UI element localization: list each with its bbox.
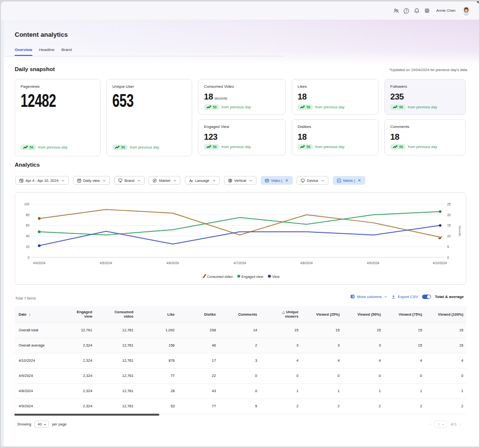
svg-text:4/7/2024: 4/7/2024 (233, 261, 246, 265)
svg-text:5: 5 (447, 245, 449, 249)
svg-text:0: 0 (27, 256, 29, 259)
svg-text:20: 20 (26, 245, 30, 249)
svg-text:4/6/2024: 4/6/2024 (166, 261, 179, 265)
svg-text:0: 0 (447, 256, 449, 259)
svg-text:4/4/2024: 4/4/2024 (33, 261, 46, 265)
svg-text:10: 10 (447, 234, 451, 238)
svg-text:20: 20 (447, 213, 451, 217)
svg-text:Consumed video: Consumed video (207, 275, 233, 278)
svg-text:4/10/2024: 4/10/2024 (433, 261, 447, 265)
svg-text:40: 40 (26, 234, 30, 238)
svg-text:15: 15 (447, 224, 451, 227)
svg-text:4/8/2024: 4/8/2024 (300, 261, 313, 265)
svg-text:Seconds: Seconds (458, 225, 461, 236)
svg-text:60: 60 (26, 224, 30, 227)
svg-text:4/9/2024: 4/9/2024 (367, 261, 379, 265)
svg-text:100: 100 (24, 202, 29, 206)
svg-text:4/5/2024: 4/5/2024 (100, 261, 112, 265)
svg-text:View: View (272, 275, 280, 278)
svg-text:25: 25 (447, 202, 451, 206)
svg-text:Engaged view: Engaged view (242, 275, 264, 279)
svg-text:80: 80 (26, 213, 30, 217)
